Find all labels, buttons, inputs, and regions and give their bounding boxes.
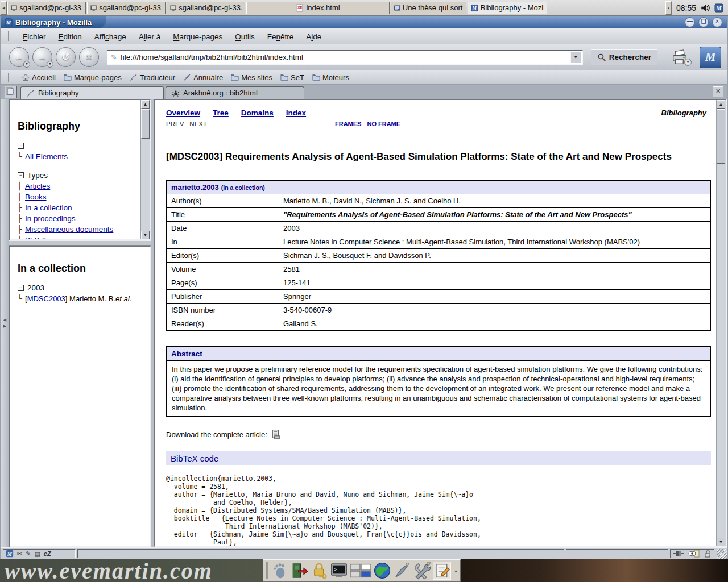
composer-icon[interactable]: ✎ [26,550,31,558]
taskbar-window-index-html[interactable]: XEindex.html [246,2,390,14]
personal-toolbar-set[interactable]: SeT [276,73,308,82]
sidebar-link-in-a-collection[interactable]: In a collection [25,203,72,212]
frames-link[interactable]: FRAMES [335,120,361,127]
personal-toolbar-moteurs[interactable]: Moteurs [308,73,353,82]
nav-link-domains[interactable]: Domains [241,109,274,117]
close-tab-button[interactable]: ✕ [713,86,723,97]
window-resize-grip[interactable] [717,549,727,559]
sidebar-link-miscellaneous-documents[interactable]: Miscellaneous documents [25,225,113,234]
speaker-icon[interactable] [700,3,710,13]
next-label: NEXT [189,120,207,127]
nav-link-tree[interactable]: Tree [213,109,229,117]
navigator-icon[interactable]: M [6,550,14,558]
scroll-down-icon[interactable]: ▼ [717,538,725,546]
scrollbar-thumb[interactable] [717,109,725,164]
panel-handle[interactable] [266,562,268,579]
taskbar-window-sgalland-pc-gi-33-utbn[interactable]: sgalland@pc-gi-33.utbn [7,2,86,14]
stop-button[interactable]: × [79,47,99,67]
personal-toolbar-marque-pages[interactable]: Marque-pages [60,73,126,82]
main-scrollbar[interactable]: ▲ ▼ [716,100,726,546]
menu-aller[interactable]: Aller à [133,32,167,41]
scrollbar-thumb[interactable] [141,109,150,139]
sidebar-link-articles[interactable]: Articles [25,182,50,190]
personal-toolbar-mes-sites[interactable]: Mes sites [227,73,276,82]
menu-marque-pages[interactable]: Marque-pages [167,32,229,41]
workspace-switcher[interactable] [350,563,371,578]
quill-launcher-icon[interactable] [393,562,411,580]
back-dropdown-icon[interactable]: ▼ [23,61,30,68]
forward-button[interactable]: →▼ [32,47,52,67]
privacy-eye-icon[interactable] [688,550,700,558]
security-lock-icon[interactable] [704,550,712,558]
print-dropdown-icon[interactable]: ▼ [684,59,692,66]
logout-icon[interactable] [290,562,308,580]
tab-arakhn-org-bib2html[interactable]: Arakhnê.org : bib2html [166,86,304,99]
url-dropdown-icon[interactable]: ▼ [570,52,581,63]
scroll-down-icon[interactable]: ▼ [141,231,150,239]
url-text[interactable]: file:///home/sgalland/tmp/bib2html/bib2h… [121,53,570,61]
mail-icon[interactable]: ✉ [17,550,22,558]
menu-fen-tre[interactable]: Fenêtre [261,32,300,41]
tree-collapse-icon[interactable] [18,285,24,291]
chatzilla-icon[interactable]: cZ [44,550,51,558]
maximize-button[interactable]: ❏ [698,17,709,27]
personal-toolbar-annuaire[interactable]: Annuaire [179,73,227,82]
configuration-tools-icon[interactable] [413,562,431,580]
print-button[interactable]: ▼ [671,49,688,66]
title-bar[interactable]: M Bibliography - Mozilla — ❏ × [1,16,727,28]
sidebar-link-phd-thesis[interactable]: PhD thesis [25,236,62,240]
taskbar-window-sgalland-pc-gi-33-utbn[interactable]: sgalland@pc-gi-33.utbn [167,2,245,14]
taskbar-scroll-left-icon[interactable]: ◀ [1,1,7,15]
table-row-author-s: Author(s)Marietto M. B., David N., Sichm… [167,194,710,208]
close-button[interactable]: × [712,17,722,27]
notes-launcher-icon[interactable] [433,562,451,580]
menu-affichage[interactable]: Affichage [88,32,133,41]
scroll-up-icon[interactable]: ▲ [717,100,725,109]
sidebar-splitter[interactable]: ◀▶ [1,99,9,547]
tree-collapse-icon[interactable] [18,143,24,149]
menu-edition[interactable]: Edition [52,32,88,41]
taskbar-window-bibliography-mozilla[interactable]: MBibliography - Mozilla [468,2,547,14]
no-frame-link[interactable]: NO FRAME [367,120,400,127]
scroll-up-icon[interactable]: ▲ [141,100,150,109]
sidebar-link-in-proceedings[interactable]: In proceedings [25,214,76,223]
url-bar[interactable]: ✎ file:///home/sgalland/tmp/bib2html/bib… [107,50,583,65]
tray-mozilla-icon[interactable]: M [714,3,723,13]
sidebar-link-books[interactable]: Books [25,193,47,201]
toolbar-grip[interactable] [8,31,12,41]
menu-outils[interactable]: Outils [229,32,261,41]
addressbook-icon[interactable]: ▤ [34,550,40,558]
toolbar-grip[interactable] [8,73,12,82]
taskbar-scroll-right-icon[interactable]: ▲ [665,1,672,15]
gnome-menu-foot-icon[interactable] [270,562,288,580]
forward-dropdown-icon[interactable]: ▼ [47,61,53,68]
back-button[interactable]: ←▼ [9,47,29,67]
taskbar-window-une-th-se-qui-sort-du-lo[interactable]: Une thèse qui sort du lo [391,2,466,14]
field-value: 3-540-00607-9 [279,304,711,317]
tree-collapse-icon[interactable] [18,172,24,178]
nav-link-overview[interactable]: Overview [166,109,200,117]
offline-plug-icon[interactable] [673,550,684,557]
menu-fichier[interactable]: Fichier [16,32,52,41]
sidebar-frame-splitter[interactable] [9,240,151,246]
mozilla-throbber-logo[interactable]: M [700,47,721,68]
taskbar-window-sgalland-pc-gi-33-utbn[interactable]: sgalland@pc-gi-33.utbn [87,2,166,14]
table-row-volume: Volume2581 [167,263,710,276]
download-article-icon[interactable] [271,429,281,439]
menu-aide[interactable]: Aide [300,32,328,41]
lock-screen-icon[interactable] [310,562,328,580]
reload-button[interactable]: ↺ [56,47,76,67]
personal-toolbar-traducteur[interactable]: Traducteur [126,73,179,82]
panel-arrow-icon[interactable]: ▲ [454,569,458,573]
minimize-button[interactable]: — [685,17,695,27]
sidebar-link-all-elements[interactable]: All Elements [25,152,68,161]
tab-bibliography[interactable]: Bibliography [20,86,164,99]
sidebar-scrollbar[interactable]: ▲ ▼ [140,100,150,239]
web-browser-globe-icon[interactable] [373,562,391,580]
nav-link-index[interactable]: Index [286,109,306,117]
personal-toolbar-accueil[interactable]: Accueil [18,73,60,82]
terminal-launcher-icon[interactable]: >_ [330,562,348,580]
search-button[interactable]: Rechercher [591,49,657,65]
tab-list-button[interactable] [5,86,17,98]
sidebar-entry-link[interactable]: MDSC2003 [27,294,65,303]
